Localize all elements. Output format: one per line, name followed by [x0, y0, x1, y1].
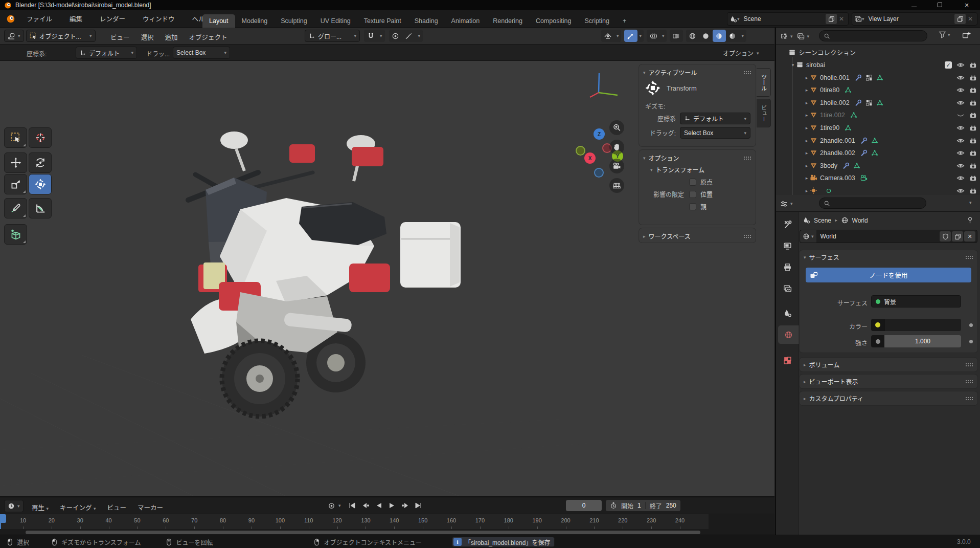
view-layer-remove-button[interactable]: ✕: [966, 15, 975, 23]
disclosure-closed-icon[interactable]: ▸: [804, 100, 810, 105]
workspace-tab-compositing[interactable]: Compositing: [529, 14, 578, 28]
surface-header[interactable]: ▾サーフェス: [800, 250, 977, 264]
disclosure-closed-icon[interactable]: ▸: [804, 188, 810, 193]
outliner-item-name[interactable]: Camera.003: [820, 174, 855, 182]
tool-scale-button[interactable]: [4, 174, 27, 194]
panel-grip-icon[interactable]: [743, 234, 751, 238]
world-copy-button[interactable]: [952, 231, 963, 242]
strength-value-field[interactable]: 1.000: [884, 335, 961, 347]
disable-render-toggle[interactable]: [969, 186, 977, 195]
disclosure-closed-icon[interactable]: ▸: [804, 113, 810, 118]
outliner-item-name[interactable]: 2handle.001: [820, 137, 855, 144]
disclosure-open-icon[interactable]: ▾: [790, 62, 796, 68]
outliner-row[interactable]: ▸: [776, 184, 980, 195]
timeline-scrollbar[interactable]: [26, 531, 700, 534]
panel-grip-icon[interactable]: [965, 363, 973, 366]
new-collection-button[interactable]: [962, 30, 971, 39]
hide-viewport-toggle[interactable]: [956, 161, 965, 170]
surface-shader-field[interactable]: 背景: [871, 295, 961, 308]
workspace-tab-uv-editing[interactable]: UV Editing: [314, 14, 357, 28]
tool-transform-button[interactable]: [29, 174, 52, 194]
outliner-row-0hoile.001[interactable]: ▸0hoile.001: [776, 71, 980, 84]
workspace-tab-rendering[interactable]: Rendering: [486, 14, 529, 28]
viewport-toggle-grid-button[interactable]: [609, 178, 624, 193]
scene-unlink-button[interactable]: ✕: [837, 15, 846, 23]
workspace-tab-modeling[interactable]: Modeling: [235, 14, 275, 28]
close-button[interactable]: ✕: [955, 0, 978, 10]
disable-render-toggle[interactable]: [969, 148, 977, 158]
scene-selector[interactable]: ▾ Scene ✕: [727, 12, 849, 26]
outliner-item-name[interactable]: シーンコレクション: [799, 48, 856, 57]
topbar-menu-編集[interactable]: 編集: [64, 12, 87, 26]
timeline-menu-キーイング[interactable]: キーイング ▾: [60, 502, 96, 512]
properties-tab-scene[interactable]: [776, 304, 799, 322]
disclosure-closed-icon[interactable]: ▸: [804, 125, 810, 130]
jump-to-start-button[interactable]: [346, 500, 358, 511]
disable-render-toggle[interactable]: [969, 98, 977, 107]
outliner-item-name[interactable]: 1tire.002: [820, 112, 845, 119]
outliner-item-name[interactable]: 1tire90: [820, 124, 839, 131]
viewport-camera-view-button[interactable]: [609, 159, 624, 173]
topbar-menu-ウィンドウ[interactable]: ウィンドウ: [138, 12, 180, 26]
outliner-row-1tire.002[interactable]: ▸1tire.002: [776, 108, 980, 121]
workspace-tab-sculpting[interactable]: Sculpting: [274, 14, 313, 28]
disable-render-toggle[interactable]: [969, 73, 977, 82]
tool-move-button[interactable]: [4, 152, 27, 173]
timeline-ruler[interactable]: 1020304050607080901001101201301401501601…: [0, 514, 774, 529]
tool-annotate-button[interactable]: [4, 198, 27, 218]
outliner-row-3body[interactable]: ▸3body: [776, 159, 980, 172]
outliner-item-name[interactable]: 1hoile.002: [820, 99, 850, 106]
outliner-row-Camera.003[interactable]: ▸Camera.003: [776, 171, 980, 184]
disable-render-toggle[interactable]: [969, 173, 977, 183]
blender-menu-icon[interactable]: [6, 14, 15, 24]
xray-toggle[interactable]: [670, 30, 683, 42]
outliner-item-name[interactable]: 0tire80: [820, 86, 839, 94]
outliner-row-2handle.001[interactable]: ▸2handle.001: [776, 134, 980, 147]
coord-system-dropdown[interactable]: デフォルト▾: [76, 47, 137, 59]
outliner-row-0tire80[interactable]: ▸0tire80: [776, 83, 980, 96]
view-layer-copy-button[interactable]: [954, 14, 966, 24]
timeline-menu-ビュー[interactable]: ビュー: [107, 502, 127, 512]
hide-viewport-toggle[interactable]: [956, 60, 965, 70]
current-frame-field[interactable]: 0: [566, 500, 602, 511]
start-frame-field[interactable]: 1: [637, 502, 641, 509]
show-gizmo-toggle[interactable]: [624, 30, 637, 42]
viewport-menu-選択[interactable]: 選択: [141, 32, 154, 42]
hide-viewport-toggle[interactable]: [956, 186, 965, 195]
timeline-menu-再生[interactable]: 再生 ▾: [32, 502, 49, 512]
fake-user-button[interactable]: [940, 231, 951, 242]
properties-search-input[interactable]: [819, 198, 926, 209]
gizmo-z-negative[interactable]: [594, 168, 604, 178]
strength-animate-dot[interactable]: [969, 340, 973, 343]
np-drag-dropdown[interactable]: Select Box▾: [680, 127, 750, 139]
np-coord-dropdown[interactable]: デフォルト▾: [680, 113, 750, 124]
snap-options-button[interactable]: ▾: [377, 33, 385, 38]
report-message[interactable]: i 「sirobai_model.blend」を保存: [452, 537, 555, 547]
hide-viewport-toggle[interactable]: [956, 136, 965, 145]
properties-tab-world[interactable]: [778, 325, 799, 344]
falloff-options-button[interactable]: ▾: [416, 33, 423, 38]
object-visibility-button[interactable]: [601, 30, 614, 42]
minimize-button[interactable]: [902, 0, 926, 10]
timeline-menu-マーカー[interactable]: マーカー: [138, 502, 163, 512]
play-reverse-button[interactable]: [373, 500, 385, 511]
shading-wireframe-button[interactable]: [686, 30, 699, 42]
panel-grip-icon[interactable]: [965, 397, 973, 400]
disclosure-closed-icon[interactable]: ▸: [804, 150, 810, 156]
outliner-item-name[interactable]: 0hoile.001: [820, 74, 850, 81]
scene-copy-button[interactable]: [826, 14, 837, 24]
workspace-tab-texture-paint[interactable]: Texture Paint: [357, 14, 408, 28]
checkbox-親[interactable]: [689, 203, 696, 210]
color-animate-dot[interactable]: [969, 323, 973, 327]
panel-grip-icon[interactable]: [965, 380, 973, 383]
timeline-editor-type-button[interactable]: ▾: [4, 500, 24, 512]
options-dropdown[interactable]: オプション▾: [723, 49, 759, 57]
breadcrumb-scene[interactable]: Scene: [814, 217, 831, 224]
world-name-field[interactable]: World: [816, 233, 939, 240]
workspace-header[interactable]: ▸ワークスペース: [639, 230, 756, 242]
workspace-tab-scripting[interactable]: Scripting: [578, 14, 616, 28]
disable-render-toggle[interactable]: [969, 60, 977, 70]
viewport-zoom-button[interactable]: [609, 120, 624, 135]
properties-tab-texture[interactable]: [776, 351, 799, 369]
properties-tab-view-layer[interactable]: [776, 279, 799, 298]
